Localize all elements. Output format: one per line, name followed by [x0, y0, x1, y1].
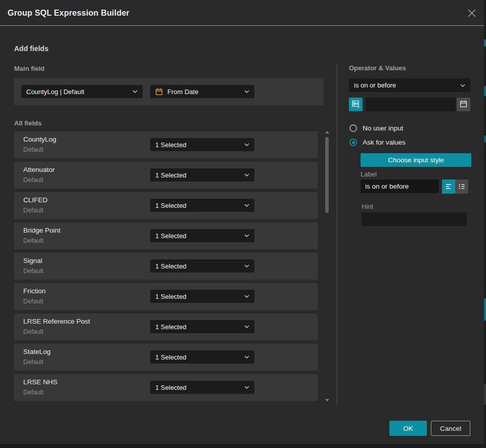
main-field-container: CountyLog | Default From Date — [14, 78, 324, 105]
field-selection-value: 1 Selected — [155, 202, 186, 209]
value-source-button[interactable] — [349, 98, 363, 111]
scrollbar-up-arrow[interactable] — [325, 131, 329, 133]
date-value-input[interactable] — [366, 98, 456, 111]
main-field-label: Main field — [14, 65, 45, 72]
field-name: CLIFED — [23, 196, 48, 204]
field-selection-value: 1 Selected — [155, 141, 186, 149]
field-name: Friction — [23, 287, 46, 295]
calendar-button-icon — [460, 100, 467, 109]
field-sublabel: Default — [23, 359, 43, 366]
field-row: Friction Default 1 Selected — [14, 283, 318, 310]
field-name: CountyLog — [23, 136, 56, 143]
dialog-title: Group SQL Expression Builder — [8, 0, 129, 26]
cancel-button[interactable]: Cancel — [431, 421, 470, 436]
chevron-down-icon — [132, 90, 138, 93]
field-selection-dropdown[interactable]: 1 Selected — [150, 290, 254, 303]
field-selection-dropdown[interactable]: 1 Selected — [150, 350, 254, 364]
field-selection-value: 1 Selected — [155, 232, 186, 240]
radio-circle-selected-icon — [349, 139, 357, 146]
calendar-icon — [155, 88, 163, 96]
field-name: Signal — [23, 257, 42, 264]
field-sublabel: Default — [23, 176, 43, 184]
field-row: Attenuator Default 1 Selected — [14, 162, 318, 189]
hint-value-input[interactable] — [362, 212, 467, 226]
ok-button[interactable]: OK — [389, 421, 427, 436]
close-icon[interactable] — [466, 8, 477, 19]
choose-input-style-button[interactable]: Choose input style — [361, 153, 471, 167]
stacked-values-icon — [351, 100, 360, 110]
chevron-down-icon — [244, 143, 249, 146]
chevron-down-icon — [244, 234, 249, 237]
field-sublabel: Default — [23, 328, 43, 335]
panel-divider — [337, 63, 337, 405]
field-selection-value: 1 Selected — [155, 353, 186, 361]
screen: Group SQL Expression Builder Add fields … — [0, 0, 486, 448]
all-fields-label: All fields — [14, 119, 41, 127]
field-selection-dropdown[interactable]: 1 Selected — [150, 229, 254, 242]
group-sql-expression-builder-dialog: Group SQL Expression Builder Add fields … — [0, 0, 484, 444]
field-row: CountyLog Default 1 Selected — [14, 131, 318, 158]
field-name: LRSE Reference Post — [23, 318, 90, 325]
chevron-down-icon — [244, 264, 249, 267]
operator-dropdown[interactable]: is on or before — [349, 78, 470, 92]
bullet-list-icon[interactable] — [455, 180, 468, 194]
main-layer-dropdown[interactable]: CountyLog | Default — [21, 85, 143, 98]
radio-circle-icon — [349, 124, 357, 132]
field-row: Signal Default 1 Selected — [14, 253, 318, 280]
field-row: LRSE NHS Default 1 Selected — [14, 374, 318, 401]
field-name: Attenuator — [23, 166, 55, 173]
field-selection-dropdown[interactable]: 1 Selected — [150, 320, 254, 333]
field-selection-value: 1 Selected — [155, 384, 186, 391]
field-sublabel: Default — [23, 389, 43, 396]
radio-no-user-input-label: No user input — [363, 124, 403, 132]
scrollbar-down-arrow[interactable] — [325, 399, 329, 401]
align-left-icon[interactable] — [442, 180, 455, 194]
field-selection-dropdown[interactable]: 1 Selected — [150, 381, 254, 394]
main-layer-dropdown-value: CountyLog | Default — [26, 88, 84, 96]
field-selection-value: 1 Selected — [155, 323, 186, 331]
operator-values-heading: Operator & Values — [349, 64, 406, 72]
field-selection-value: 1 Selected — [155, 293, 186, 300]
field-selection-dropdown[interactable]: 1 Selected — [150, 168, 254, 182]
field-selection-dropdown[interactable]: 1 Selected — [150, 199, 254, 212]
dialog-titlebar: Group SQL Expression Builder — [0, 0, 484, 26]
radio-ask-for-values[interactable]: Ask for values — [349, 139, 406, 146]
field-selection-value: 1 Selected — [155, 171, 186, 179]
hint-heading: Hint — [362, 203, 373, 210]
field-selection-value: 1 Selected — [155, 262, 186, 270]
chevron-down-icon — [244, 386, 249, 389]
main-field-dropdown-value: From Date — [167, 88, 198, 96]
field-name: Bridge Point — [23, 227, 61, 234]
scrollbar-thumb[interactable] — [325, 137, 329, 213]
label-value-input[interactable] — [361, 180, 439, 193]
chevron-down-icon — [244, 295, 249, 298]
operator-dropdown-value: is on or before — [354, 81, 396, 89]
add-fields-heading: Add fields — [14, 44, 49, 53]
chevron-down-icon — [244, 325, 249, 328]
field-row: LRSE Reference Post Default 1 Selected — [14, 313, 318, 340]
field-row: StateLog Default 1 Selected — [14, 344, 318, 371]
field-sublabel: Default — [23, 146, 43, 153]
field-sublabel: Default — [23, 237, 43, 244]
input-style-toggle — [442, 180, 468, 194]
main-field-dropdown[interactable]: From Date — [150, 85, 254, 98]
chevron-down-icon — [460, 84, 465, 87]
field-sublabel: Default — [23, 207, 43, 214]
field-selection-dropdown[interactable]: 1 Selected — [150, 259, 254, 273]
field-row: Bridge Point Default 1 Selected — [14, 222, 318, 249]
field-row: CLIFED Default 1 Selected — [14, 192, 318, 219]
field-sublabel: Default — [23, 267, 43, 275]
chevron-down-icon — [244, 90, 249, 93]
chevron-down-icon — [244, 173, 249, 176]
field-selection-dropdown[interactable]: 1 Selected — [150, 138, 254, 151]
radio-ask-for-values-label: Ask for values — [363, 139, 406, 146]
radio-no-user-input[interactable]: No user input — [349, 124, 403, 132]
field-sublabel: Default — [23, 298, 43, 305]
field-name: StateLog — [23, 348, 51, 355]
field-name: LRSE NHS — [23, 378, 58, 386]
chevron-down-icon — [244, 204, 249, 207]
label-heading: Label — [361, 170, 377, 178]
date-picker-button[interactable] — [457, 98, 470, 111]
chevron-down-icon — [244, 355, 249, 359]
